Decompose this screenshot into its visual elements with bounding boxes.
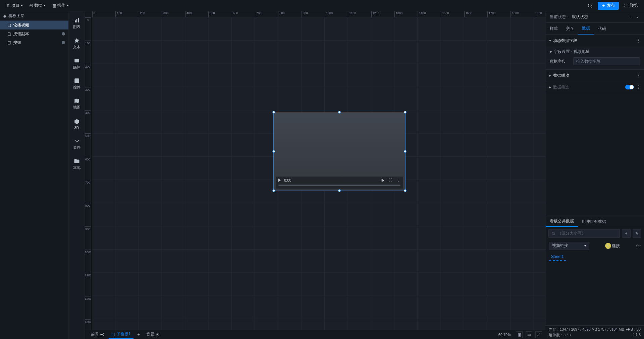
ruler-tick: 600 (85, 157, 91, 180)
tab-subboard[interactable]: ▢ 子看板1 (109, 330, 133, 339)
resize-handle-s[interactable] (338, 189, 341, 192)
more-icon[interactable]: ⋮ (637, 73, 641, 78)
section-data-filter: 数据筛选 ⋮ (546, 81, 644, 93)
palette-3d[interactable]: 3D (69, 115, 85, 133)
plus-icon[interactable]: + (100, 333, 104, 336)
tab-background-label: 背景 (146, 332, 154, 337)
edit-data-button[interactable]: ✎ (633, 229, 641, 238)
data-search-input[interactable]: （区分大小写） (548, 229, 620, 238)
field-group-title[interactable]: 字段设置 - 视频地址 (550, 49, 640, 55)
section-data-filter-header[interactable]: 数据筛选 ⋮ (546, 81, 644, 93)
resize-handle-n[interactable] (338, 111, 341, 114)
video-progress[interactable] (278, 185, 400, 186)
menu-data[interactable]: ⛁ 数据 (26, 1, 49, 10)
ruler-tick: 700 (85, 180, 91, 203)
filter-toggle[interactable] (625, 85, 634, 89)
svg-rect-4 (78, 18, 79, 23)
ruler-tick: 800 (278, 11, 301, 17)
palette-text[interactable]: 文本 (69, 34, 85, 53)
plus-icon[interactable]: + (156, 333, 159, 336)
tab-board-data[interactable]: 看板公共数据 (546, 216, 578, 227)
sheet-tab[interactable]: Sheet1 (549, 253, 566, 261)
subboard-icon: ▢ (111, 332, 115, 337)
resize-handle-e[interactable] (404, 150, 407, 153)
palette-controls[interactable]: 控件 (69, 74, 85, 93)
svg-rect-7 (74, 78, 79, 83)
selected-component-video[interactable]: 0:00 🕪 ⛶ ⋮ (273, 112, 406, 191)
next-state-button[interactable]: › (635, 14, 640, 20)
layer-item-label: 按钮副本 (13, 31, 29, 37)
tab-data[interactable]: 数据 (578, 23, 594, 35)
data-table-header: 视频链接 ↖链接 Str (546, 240, 644, 252)
palette-media[interactable]: 媒体 (69, 54, 85, 73)
layer-item-button-copy[interactable]: ▢ 按钮副本 (0, 29, 68, 38)
fit-screen-button[interactable]: ▣ (516, 331, 523, 338)
tab-component-data[interactable]: 组件自有数据 (578, 216, 610, 227)
menu-data-label: 数据 (34, 3, 42, 8)
canvas-workboard[interactable]: 0:00 🕪 ⛶ ⋮ (92, 17, 545, 330)
tab-style[interactable]: 样式 (546, 23, 562, 35)
more-icon[interactable]: ⋮ (637, 85, 641, 89)
resize-handle-se[interactable] (404, 189, 407, 192)
layer-item-label: 轮播视频 (13, 22, 29, 28)
send-icon: ✈ (602, 3, 605, 8)
menu-actions[interactable]: ▦ 操作 (49, 1, 72, 10)
play-icon[interactable] (278, 179, 281, 182)
data-column-th[interactable]: ↖链接 (593, 243, 633, 249)
resize-handle-nw[interactable] (272, 111, 275, 114)
palette-kit[interactable]: 套件 (69, 135, 85, 153)
visibility-icon[interactable] (62, 32, 65, 36)
svg-rect-6 (74, 59, 79, 63)
actual-size-button[interactable]: ▭ (526, 331, 532, 338)
ruler-tick: 400 (85, 110, 91, 133)
add-state-button[interactable]: ＋ (627, 14, 633, 20)
resize-handle-w[interactable] (272, 150, 275, 153)
section-dynamic-data: 动态数据字段 ⋮ 字段设置 - 视频地址 数据字段 拖入数据字段 (546, 35, 644, 70)
section-dynamic-header[interactable]: 动态数据字段 ⋮ (546, 35, 644, 46)
section-data-link-header[interactable]: 数据联动 ⋮ (546, 70, 644, 81)
preview-button[interactable]: ⛶ 预览 (621, 2, 641, 10)
add-tab-button[interactable]: ＋ (136, 332, 142, 338)
ruler-tick: 800 (85, 203, 91, 226)
ruler-tick: 1600 (464, 11, 487, 17)
tab-background[interactable]: 背景 + (144, 331, 162, 338)
menu-actions-label: 操作 (57, 3, 65, 8)
menu-project-label: 项目 (11, 3, 19, 8)
search-button[interactable] (584, 0, 596, 11)
tab-code[interactable]: 代码 (594, 23, 610, 35)
menu-project[interactable]: 🗎 项目 (3, 1, 26, 10)
video-time: 0:00 (284, 178, 291, 182)
add-data-button[interactable]: ＋ (622, 229, 631, 238)
palette-charts[interactable]: 图表 (69, 14, 85, 33)
expand-button[interactable]: ⤢ (535, 331, 542, 338)
fullscreen-icon: ⛶ (624, 3, 628, 8)
svg-rect-3 (76, 19, 77, 23)
tab-interaction[interactable]: 交互 (562, 23, 578, 35)
section-data-link-title: 数据联动 (553, 73, 569, 78)
more-icon[interactable]: ⋮ (637, 38, 641, 43)
palette-local[interactable]: 本地 (69, 155, 85, 174)
resize-handle-ne[interactable] (404, 111, 407, 114)
version: 4.1.8 (633, 333, 641, 338)
data-field-placeholder: 拖入数据字段 (576, 59, 600, 64)
visibility-icon[interactable] (62, 41, 65, 44)
publish-button[interactable]: ✈ 发布 (598, 2, 619, 10)
layer-item-button[interactable]: ▢ 按钮 (0, 38, 68, 47)
ruler-tick: 0 (85, 17, 91, 41)
data-column-select[interactable]: 视频链接 (549, 242, 589, 250)
top-menu-bar: 🗎 项目 ⛁ 数据 ▦ 操作 ✈ 发布 ⛶ 预览 (0, 0, 644, 11)
palette-map[interactable]: 地图 (69, 94, 85, 113)
ruler-tick: 1500 (441, 11, 464, 17)
layer-item-video-carousel[interactable]: ▢ 轮播视频 (0, 21, 68, 29)
ruler-tick: 1200 (85, 296, 91, 319)
ruler-tick: 900 (302, 11, 325, 17)
tab-foreground[interactable]: 前景 + (88, 331, 107, 338)
volume-icon[interactable]: 🕪 (380, 178, 384, 183)
more-icon[interactable]: ⋮ (396, 178, 400, 183)
fullscreen-icon[interactable]: ⛶ (388, 178, 392, 183)
resize-handle-sw[interactable] (272, 189, 275, 192)
data-field-input[interactable]: 拖入数据字段 (573, 57, 640, 65)
state-label: 当前状态： (550, 14, 570, 20)
chevron-right-icon (549, 73, 551, 78)
layer-panel-header[interactable]: ◆ 看板图层 (0, 11, 68, 21)
